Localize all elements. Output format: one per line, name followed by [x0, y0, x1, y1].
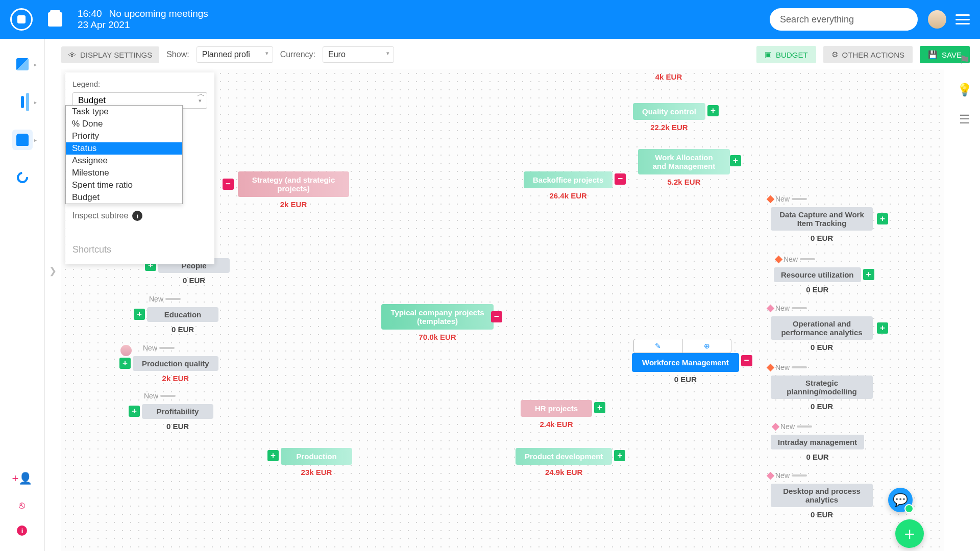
legend-label: Legend:	[72, 80, 207, 88]
expand-plus-icon[interactable]: +	[863, 269, 874, 280]
top-bar: 16:40 No upcoming meetings 23 Apr 2021 S…	[0, 0, 980, 39]
sidebar-dashboard-icon[interactable]: ▸	[12, 54, 33, 74]
legend-option-assignee[interactable]: Assignee	[66, 155, 182, 167]
inspect-subtree[interactable]: Inspect subtreei	[72, 211, 207, 221]
node-value: 2k EUR	[235, 200, 352, 209]
node-toolbar: ✎ ⊕	[633, 339, 731, 353]
node-resource-utilization[interactable]: New Resource utilization + 0 EUR	[774, 267, 861, 294]
node-value: 5.2k EUR	[633, 178, 735, 186]
chat-button[interactable]: 💬	[888, 488, 913, 512]
node-education[interactable]: New + Education 0 EUR	[147, 307, 218, 334]
expand-plus-icon[interactable]: +	[129, 406, 140, 417]
expand-plus-icon[interactable]: +	[594, 402, 605, 413]
legend-option-status[interactable]: Status	[66, 142, 182, 155]
other-actions-button[interactable]: ⚙OTHER ACTIONS	[823, 46, 913, 63]
collapse-minus-icon[interactable]: −	[491, 311, 502, 322]
collapse-minus-icon[interactable]: −	[223, 179, 234, 190]
expand-plus-icon[interactable]: +	[877, 213, 888, 224]
legend-option-percent-done[interactable]: % Done	[66, 118, 182, 130]
collapse-chevron-icon[interactable]: ︿	[197, 89, 205, 99]
node-backoffice[interactable]: Backoffice projects − 26.4k EUR	[524, 171, 612, 200]
user-avatar[interactable]	[928, 10, 946, 29]
legend-option-task-type[interactable]: Task type	[66, 106, 182, 118]
node-quality-control[interactable]: Quality control + 22.2k EUR	[633, 103, 705, 132]
node-central[interactable]: Typical company projects (templates) − 7…	[377, 304, 498, 341]
node-work-allocation[interactable]: Work Allocation and Management + 5.2k EU…	[633, 149, 735, 186]
node-value: 23k EUR	[281, 468, 352, 477]
expand-plus-icon[interactable]: +	[119, 358, 131, 369]
gear-icon: ⚙	[831, 50, 838, 59]
node-value: 2.4k EUR	[521, 420, 592, 429]
collapse-minus-icon[interactable]: −	[741, 355, 752, 366]
node-product-development[interactable]: Product development + 24.9k EUR	[516, 448, 612, 477]
invite-user-icon[interactable]: +👤	[12, 472, 33, 485]
node-intraday-management[interactable]: New Intraday management 0 EUR	[771, 435, 864, 461]
expand-plus-icon[interactable]: +	[730, 155, 741, 166]
node-data-capture[interactable]: New Data Capture and Work Item Tracking …	[766, 207, 878, 242]
node-hr[interactable]: HR projects + 2.4k EUR	[521, 400, 592, 429]
expand-plus-icon[interactable]: +	[614, 450, 625, 461]
upcoming-meetings: No upcoming meetings	[109, 8, 208, 19]
left-sidebar: ▸ ▸ ▸ +👤 ⎋ i	[0, 39, 45, 551]
options-icon[interactable]: ☰	[959, 112, 970, 127]
money-icon: ▣	[765, 50, 772, 59]
toolbar: 👁DISPLAY SETTINGS Show: Planned profi Cu…	[61, 43, 970, 66]
node-production-quality[interactable]: New + Production quality 2k EUR	[133, 356, 218, 383]
node-operational-analytics[interactable]: New Operational and performance analytic…	[766, 316, 878, 352]
expand-plus-icon[interactable]: +	[134, 309, 145, 320]
expand-plus-icon[interactable]: +	[877, 322, 888, 334]
clock-time: 16:40	[78, 8, 102, 19]
node-strategy[interactable]: Strategy (and strategic projects) − 2k E…	[235, 171, 352, 209]
sidebar-timer-icon[interactable]	[12, 167, 33, 188]
node-value: 4k EUR	[633, 72, 704, 81]
sidebar-tasks-icon[interactable]: ▸	[12, 130, 33, 150]
node-desktop-analytics[interactable]: New Desktop and process analytics 0 EUR	[766, 484, 878, 519]
expand-plus-icon[interactable]: +	[707, 105, 719, 116]
edit-icon[interactable]: ✎	[634, 339, 683, 353]
expand-plus-icon[interactable]: +	[267, 450, 279, 461]
node-strategic-planning[interactable]: New Strategic planning/modelling 0 EUR	[766, 375, 878, 411]
display-settings-button[interactable]: 👁DISPLAY SETTINGS	[61, 46, 159, 63]
node-topcut[interactable]: 4k EUR	[633, 69, 704, 81]
node-value: 70.0k EUR	[377, 333, 498, 341]
node-value: 24.9k EUR	[516, 468, 612, 477]
flag-icon[interactable]: ⚑	[959, 53, 970, 67]
node-value: 22.2k EUR	[633, 123, 705, 132]
right-toolbar: ⚑ 💡 ☰	[949, 43, 980, 127]
current-date: 23 Apr 2021	[78, 19, 208, 31]
legend-option-budget[interactable]: Budget	[66, 191, 182, 204]
app-logo-icon[interactable]	[10, 8, 33, 31]
show-select[interactable]: Planned profi	[197, 46, 273, 63]
budget-button[interactable]: ▣BUDGET	[756, 46, 816, 63]
eye-icon: 👁	[68, 51, 76, 59]
add-fab-button[interactable]: ＋	[895, 519, 924, 548]
shortcuts-link[interactable]: Shortcuts	[72, 244, 207, 255]
time-block: 16:40 No upcoming meetings 23 Apr 2021	[78, 8, 208, 31]
link-icon[interactable]: ⊕	[683, 339, 731, 353]
light-bulb-icon[interactable]: 💡	[957, 83, 972, 97]
assignee-avatar[interactable]	[120, 345, 132, 356]
node-workforce-management[interactable]: Workforce Management − 0 EUR	[632, 353, 739, 384]
main-menu-icon[interactable]	[955, 14, 970, 24]
legend-option-spent-time[interactable]: Spent time ratio	[66, 179, 182, 191]
save-icon: 💾	[928, 50, 938, 59]
collapse-minus-icon[interactable]: −	[615, 173, 626, 185]
sidebar-expand-icon[interactable]: ❯	[49, 265, 57, 277]
calendar-icon[interactable]	[48, 12, 62, 27]
node-value: 26.4k EUR	[524, 191, 612, 200]
legend-option-milestone[interactable]: Milestone	[66, 167, 182, 179]
info-icon[interactable]: i	[132, 211, 142, 221]
sidebar-hierarchy-icon[interactable]: ▸	[12, 92, 33, 112]
node-production[interactable]: Production + 23k EUR	[281, 448, 352, 477]
currency-select[interactable]: Euro	[323, 46, 394, 63]
node-value: 0 EUR	[632, 375, 739, 384]
legend-option-priority[interactable]: Priority	[66, 130, 182, 142]
info-icon[interactable]: i	[17, 525, 27, 536]
node-profitability[interactable]: New + Profitability 0 EUR	[142, 404, 213, 431]
show-label: Show:	[166, 50, 189, 59]
global-search-input[interactable]: Search everything	[770, 8, 918, 31]
legend-dropdown-list: Task type % Done Priority Status Assigne…	[65, 105, 183, 204]
currency-label: Currency:	[280, 50, 315, 59]
logout-icon[interactable]: ⎋	[19, 499, 25, 511]
